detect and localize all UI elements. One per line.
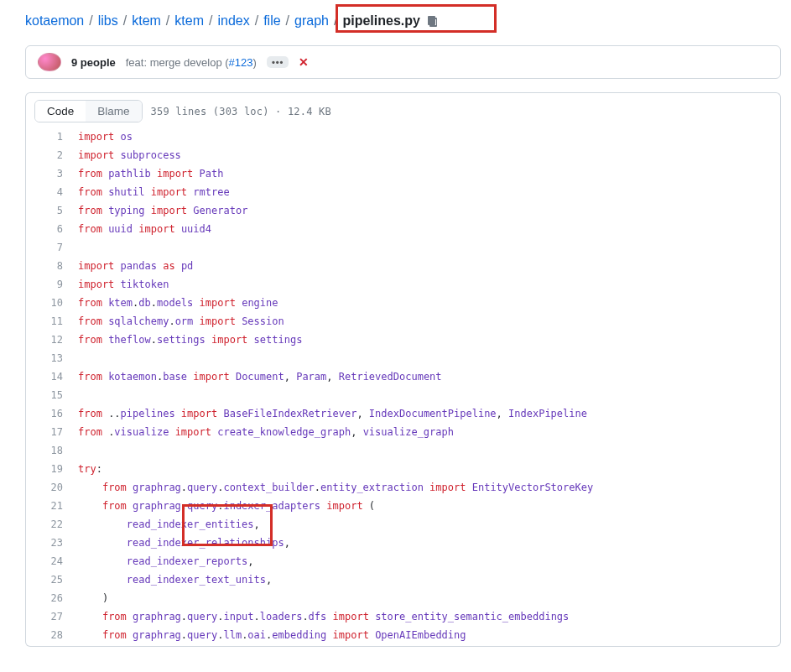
crumb-6[interactable]: graph xyxy=(294,13,329,29)
crumb-sep: / xyxy=(255,13,258,29)
code-content: from graphrag.query.llm.oai.embedding im… xyxy=(78,628,466,646)
contributor-avatars[interactable] xyxy=(38,53,61,71)
line-number[interactable]: 10 xyxy=(26,295,78,314)
code-line: 11from sqlalchemy.orm import Session xyxy=(26,314,780,332)
code-content: read_indexer_entities, xyxy=(78,517,260,535)
code-content: from graphrag.query.context_builder.enti… xyxy=(78,480,593,498)
crumb-sep: / xyxy=(89,13,92,29)
code-line: 15 xyxy=(26,388,780,406)
code-line: 9import tiktoken xyxy=(26,277,780,295)
code-view: 1import os2import subprocess3from pathli… xyxy=(25,129,781,647)
status-x-icon[interactable]: ✕ xyxy=(299,55,309,69)
code-content: from ..pipelines import BaseFileIndexRet… xyxy=(78,406,587,425)
line-number[interactable]: 2 xyxy=(26,148,78,166)
people-label[interactable]: 9 people xyxy=(71,56,116,69)
code-content: from ktem.db.models import engine xyxy=(78,295,278,314)
code-line: 4from shutil import rmtree xyxy=(26,185,780,203)
code-content: from sqlalchemy.orm import Session xyxy=(78,314,284,332)
line-number[interactable]: 18 xyxy=(26,443,78,461)
line-number[interactable]: 4 xyxy=(26,185,78,203)
crumb-sep: / xyxy=(209,13,212,29)
code-line: 20 from graphrag.query.context_builder.e… xyxy=(26,480,780,498)
code-line: 3from pathlib import Path xyxy=(26,166,780,185)
crumb-sep: / xyxy=(123,13,127,29)
code-content: read_indexer_relationships, xyxy=(78,535,290,554)
code-line: 21 from graphrag.query.indexer_adapters … xyxy=(26,498,780,517)
code-line: 6from uuid import uuid4 xyxy=(26,221,780,240)
code-content: ) xyxy=(78,591,108,609)
line-number[interactable]: 7 xyxy=(26,240,78,258)
line-number[interactable]: 17 xyxy=(26,425,78,443)
code-content: import os xyxy=(78,129,133,148)
line-number[interactable]: 15 xyxy=(26,388,78,406)
code-tab-button[interactable]: Code xyxy=(35,101,86,122)
code-line: 18 xyxy=(26,443,780,461)
crumb-sep: / xyxy=(334,13,337,29)
code-line: 12from theflow.settings import settings xyxy=(26,332,780,351)
commit-pr-link[interactable]: #123 xyxy=(229,56,253,69)
line-number[interactable]: 14 xyxy=(26,369,78,388)
line-number[interactable]: 6 xyxy=(26,221,78,240)
code-content: from uuid import uuid4 xyxy=(78,221,211,240)
line-number[interactable]: 8 xyxy=(26,258,78,277)
crumb-3[interactable]: ktem xyxy=(174,13,204,29)
code-line: 25 read_indexer_text_units, xyxy=(26,572,780,591)
line-number[interactable]: 23 xyxy=(26,535,78,554)
line-number[interactable]: 13 xyxy=(26,351,78,369)
crumb-1[interactable]: libs xyxy=(98,13,118,29)
crumb-2[interactable]: ktem xyxy=(132,13,161,29)
code-content: from typing import Generator xyxy=(78,203,247,221)
crumb-5[interactable]: file xyxy=(263,13,280,29)
code-line: 22 read_indexer_entities, xyxy=(26,517,780,535)
code-content: import pandas as pd xyxy=(78,258,193,277)
code-line: 19try: xyxy=(26,461,780,480)
line-number[interactable]: 22 xyxy=(26,517,78,535)
code-content: try: xyxy=(78,461,102,480)
blame-tab-button[interactable]: Blame xyxy=(86,101,141,122)
code-content: read_indexer_reports, xyxy=(78,554,254,572)
code-line: 13 xyxy=(26,351,780,369)
code-content: read_indexer_text_units, xyxy=(78,572,272,591)
commit-message: feat: merge develop (#123) xyxy=(126,56,257,69)
code-line: 14from kotaemon.base import Document, Pa… xyxy=(26,369,780,388)
line-number[interactable]: 12 xyxy=(26,332,78,351)
crumb-final: pipelines.py xyxy=(342,13,419,29)
code-line: 1import os xyxy=(26,129,780,148)
line-number[interactable]: 9 xyxy=(26,277,78,295)
line-number[interactable]: 21 xyxy=(26,498,78,517)
crumb-sep: / xyxy=(286,13,289,29)
line-number[interactable]: 20 xyxy=(26,480,78,498)
commit-bar: 9 people feat: merge develop (#123) ••• … xyxy=(25,45,781,79)
line-number[interactable]: 11 xyxy=(26,314,78,332)
line-number[interactable]: 16 xyxy=(26,406,78,425)
line-number[interactable]: 1 xyxy=(26,129,78,148)
line-number[interactable]: 3 xyxy=(26,166,78,185)
code-line: 27 from graphrag.query.input.loaders.dfs… xyxy=(26,609,780,628)
code-block-header: Code Blame 359 lines (303 loc) · 12.4 KB xyxy=(25,92,781,129)
code-line: 5from typing import Generator xyxy=(26,203,780,221)
line-number[interactable]: 19 xyxy=(26,461,78,480)
code-line: 26 ) xyxy=(26,591,780,609)
code-line: 8import pandas as pd xyxy=(26,258,780,277)
code-line: 23 read_indexer_relationships, xyxy=(26,535,780,554)
line-number[interactable]: 25 xyxy=(26,572,78,591)
copy-path-icon[interactable] xyxy=(425,14,439,28)
code-content: import tiktoken xyxy=(78,277,169,295)
line-number[interactable]: 28 xyxy=(26,628,78,646)
code-line: 24 read_indexer_reports, xyxy=(26,554,780,572)
crumb-4[interactable]: index xyxy=(217,13,249,29)
line-number[interactable]: 26 xyxy=(26,591,78,609)
line-number[interactable]: 27 xyxy=(26,609,78,628)
file-stats: 359 lines (303 loc) · 12.4 KB xyxy=(151,106,331,117)
breadcrumb: kotaemon/ libs/ ktem/ ktem/ index/ file/… xyxy=(25,0,791,39)
code-content: from graphrag.query.indexer_adapters imp… xyxy=(78,498,375,517)
code-content: from shutil import rmtree xyxy=(78,185,230,203)
code-blame-segment: Code Blame xyxy=(34,100,143,122)
code-content: import subprocess xyxy=(78,148,181,166)
expand-commit-icon[interactable]: ••• xyxy=(267,56,289,68)
line-number[interactable]: 24 xyxy=(26,554,78,572)
code-line: 17from .visualize import create_knowledg… xyxy=(26,425,780,443)
crumb-0[interactable]: kotaemon xyxy=(25,13,84,29)
code-line: 10from ktem.db.models import engine xyxy=(26,295,780,314)
line-number[interactable]: 5 xyxy=(26,203,78,221)
